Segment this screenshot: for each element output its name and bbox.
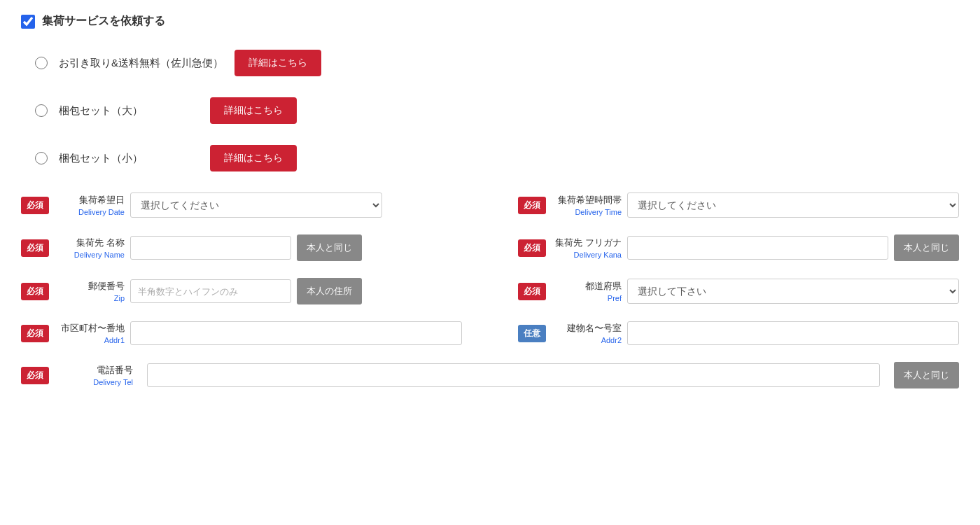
header-label: 集荷サービスを依頼する [42, 14, 165, 29]
delivery-date-select[interactable]: 選択してください [130, 192, 382, 218]
addr2-input[interactable] [627, 321, 959, 345]
delivery-name-group: 必須 集荷先 名称 Delivery Name 本人と同じ [21, 234, 462, 261]
delivery-kana-label: 集荷先 フリガナ Delivery Kana [552, 237, 622, 259]
pref-group: 必須 都道府県 Pref 選択して下さい [518, 279, 959, 304]
delivery-kana-group: 必須 集荷先 フリガナ Delivery Kana 本人と同じ [518, 234, 959, 261]
tel-input[interactable] [147, 363, 880, 387]
delivery-kana-same-button[interactable]: 本人と同じ [894, 234, 959, 261]
detail-button-2[interactable]: 詳細はこちら [210, 97, 297, 124]
addr1-group: 必須 市区町村〜番地 Addr1 [21, 321, 462, 345]
addr2-label: 建物名〜号室 Addr2 [552, 322, 622, 344]
option-row-2: 梱包セット（大） 詳細はこちら [35, 97, 959, 124]
option-label-3: 梱包セット（小） [59, 152, 199, 165]
delivery-name-required: 必須 [21, 239, 49, 257]
addr2-group: 任意 建物名〜号室 Addr2 [518, 321, 959, 345]
tel-required: 必須 [21, 367, 49, 384]
header-section: 集荷サービスを依頼する [21, 14, 959, 29]
addr1-required: 必須 [21, 325, 49, 342]
delivery-name-input[interactable] [130, 236, 291, 260]
zip-required: 必須 [21, 283, 49, 300]
option-row-1: お引き取り&送料無料（佐川急便） 詳細はこちら [35, 50, 959, 76]
option-radio-2[interactable] [35, 104, 48, 117]
addr1-input[interactable] [130, 321, 462, 345]
delivery-name-label: 集荷先 名称 Delivery Name [55, 237, 125, 259]
pref-label: 都道府県 Pref [552, 280, 622, 302]
collection-service-checkbox[interactable] [21, 15, 35, 29]
form-row-name-kana: 必須 集荷先 名称 Delivery Name 本人と同じ 必須 集荷先 フリガ… [21, 234, 959, 261]
delivery-date-required: 必須 [21, 197, 49, 214]
options-section: お引き取り&送料無料（佐川急便） 詳細はこちら 梱包セット（大） 詳細はこちら … [21, 50, 959, 172]
detail-button-1[interactable]: 詳細はこちら [234, 50, 321, 76]
delivery-kana-required: 必須 [518, 239, 546, 257]
zip-label: 郵便番号 Zip [55, 280, 125, 302]
option-radio-3[interactable] [35, 152, 48, 164]
form-row-date-time: 必須 集荷希望日 Delivery Date 選択してください 必須 集荷希望時… [21, 192, 959, 218]
delivery-time-group: 必須 集荷希望時間帯 Delivery Time 選択してください [518, 192, 959, 218]
delivery-time-required: 必須 [518, 197, 546, 214]
delivery-time-label: 集荷希望時間帯 Delivery Time [552, 194, 622, 216]
addr2-optional: 任意 [518, 325, 546, 342]
tel-same-button[interactable]: 本人と同じ [894, 362, 959, 388]
tel-label: 電話番号 Delivery Tel [63, 364, 133, 386]
option-label-1: お引き取り&送料無料（佐川急便） [59, 57, 223, 70]
delivery-kana-input[interactable] [627, 236, 888, 260]
option-row-3: 梱包セット（小） 詳細はこちら [35, 145, 959, 172]
form-row-zip-pref: 必須 郵便番号 Zip 本人の住所 必須 都道府県 Pref 選択して下さい [21, 278, 959, 304]
option-radio-1[interactable] [35, 57, 48, 69]
addr1-label: 市区町村〜番地 Addr1 [55, 322, 125, 344]
form-row-tel: 必須 電話番号 Delivery Tel 本人と同じ [21, 362, 959, 388]
detail-button-3[interactable]: 詳細はこちら [210, 145, 297, 172]
pref-required: 必須 [518, 283, 546, 300]
zip-group: 必須 郵便番号 Zip 本人の住所 [21, 278, 462, 304]
pref-select[interactable]: 選択して下さい [627, 279, 959, 304]
form-row-addr: 必須 市区町村〜番地 Addr1 任意 建物名〜号室 Addr2 [21, 321, 959, 345]
delivery-name-same-button[interactable]: 本人と同じ [297, 234, 362, 261]
delivery-date-label: 集荷希望日 Delivery Date [55, 194, 125, 216]
delivery-date-group: 必須 集荷希望日 Delivery Date 選択してください [21, 192, 462, 218]
zip-same-address-button[interactable]: 本人の住所 [297, 278, 362, 304]
zip-input[interactable] [130, 279, 291, 303]
delivery-time-select[interactable]: 選択してください [627, 192, 959, 218]
form-section: 必須 集荷希望日 Delivery Date 選択してください 必須 集荷希望時… [21, 192, 959, 388]
option-label-2: 梱包セット（大） [59, 104, 199, 118]
